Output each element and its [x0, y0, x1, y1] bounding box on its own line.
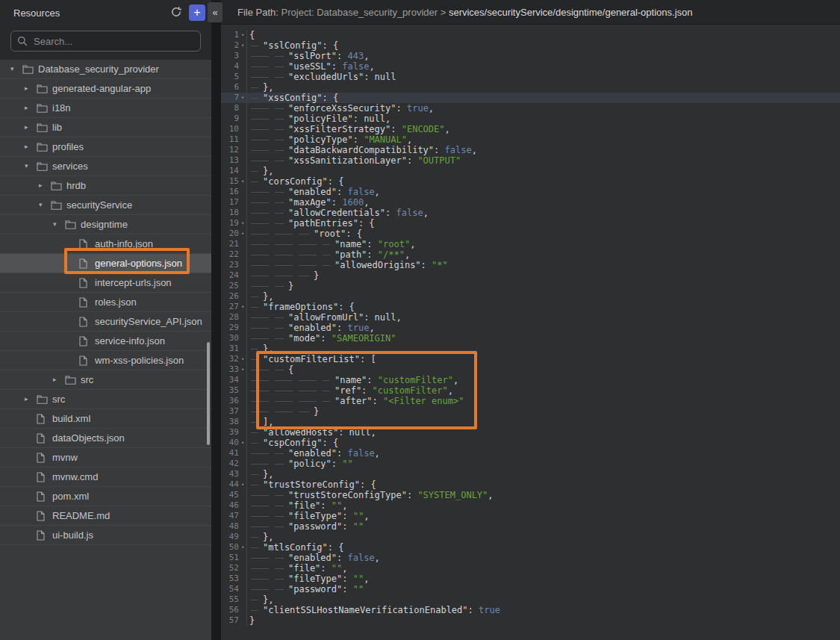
- fold-toggle-icon[interactable]: ▾: [239, 302, 246, 312]
- code-line[interactable]: 20▾"root": {: [221, 229, 840, 239]
- code-line[interactable]: 27▾"frameOptions": {: [221, 302, 840, 312]
- tree-item-ui-build.js[interactable]: ui-build.js: [0, 526, 211, 545]
- fold-toggle-icon[interactable]: ▾: [239, 40, 246, 51]
- tree-item-hrdb[interactable]: ▸hrdb: [0, 176, 211, 196]
- collapse-sidebar-button[interactable]: «: [208, 2, 223, 22]
- code-line[interactable]: 52"file": "",: [221, 563, 840, 574]
- code-line[interactable]: 1▾{: [221, 30, 840, 40]
- code-line[interactable]: 46"file": "",: [221, 500, 840, 511]
- tree-item-securityservice[interactable]: ▾securityService: [0, 196, 211, 215]
- code-line[interactable]: 12"dataBackwardCompatibility": false,: [221, 145, 840, 155]
- tree-item-src[interactable]: ▸src: [0, 370, 211, 390]
- chevron-right-icon[interactable]: ▸: [23, 105, 37, 111]
- code-line[interactable]: 25}: [221, 281, 840, 291]
- tree-item-i18n[interactable]: ▸i18n: [0, 99, 211, 118]
- tree-item-readme.md[interactable]: README.md: [0, 506, 211, 526]
- code-line[interactable]: 17"maxAge": 1600,: [221, 197, 840, 208]
- code-line[interactable]: 49},: [221, 532, 840, 542]
- chevron-right-icon[interactable]: ▸: [23, 85, 37, 92]
- code-line[interactable]: 16"enabled": false,: [221, 187, 840, 197]
- chevron-down-icon[interactable]: ▾: [23, 163, 37, 170]
- code-line[interactable]: 39"allowedHosts": null,: [221, 427, 840, 438]
- fold-toggle-icon[interactable]: ▾: [239, 364, 246, 375]
- code-line[interactable]: 37}: [221, 406, 840, 417]
- code-line[interactable]: 32▾"customFilterList": [: [221, 354, 840, 364]
- code-line[interactable]: 43},: [221, 469, 840, 479]
- code-line[interactable]: 10"xssFilterStrategy": "ENCODE",: [221, 124, 840, 134]
- fold-toggle-icon[interactable]: ▾: [239, 542, 246, 553]
- tree-item-pom.xml[interactable]: pom.xml: [0, 487, 211, 506]
- fold-toggle-icon[interactable]: ▾: [239, 176, 246, 187]
- chevron-right-icon[interactable]: ▸: [23, 124, 37, 131]
- fold-toggle-icon[interactable]: ▾: [239, 229, 246, 239]
- code-line[interactable]: 36"after": "<Filter enum>": [221, 396, 840, 406]
- tree-item-mvnw.cmd[interactable]: mvnw.cmd: [0, 467, 211, 487]
- tree-item-src[interactable]: ▸src: [0, 390, 211, 409]
- code-line[interactable]: 6},: [221, 82, 840, 93]
- panel-splitter[interactable]: [211, 0, 221, 640]
- code-line[interactable]: 56"clientSSLHostNameVerificationEnabled"…: [221, 605, 840, 615]
- code-line[interactable]: 48"password": "": [221, 521, 840, 532]
- fold-toggle-icon[interactable]: ▾: [239, 30, 246, 40]
- search-input[interactable]: [10, 31, 201, 52]
- chevron-right-icon[interactable]: ▸: [37, 182, 51, 189]
- code-line[interactable]: 3"sslPort": 443,: [221, 51, 840, 61]
- tree-item-mvnw[interactable]: mvnw: [0, 448, 211, 467]
- tree-item-profiles[interactable]: ▸profiles: [0, 137, 211, 157]
- code-line[interactable]: 31},: [221, 344, 840, 354]
- tree-item-services[interactable]: ▾services: [0, 157, 211, 176]
- code-line[interactable]: 23"allowedOrigins": "*": [221, 260, 840, 270]
- code-line[interactable]: 13"xssSanitizationLayer": "OUTPUT": [221, 155, 840, 166]
- fold-toggle-icon[interactable]: ▾: [239, 218, 246, 229]
- code-line[interactable]: 11"policyType": "MANUAL",: [221, 134, 840, 145]
- code-line[interactable]: 18"allowCredentials": false,: [221, 208, 840, 218]
- tree-item-dataobjects.json[interactable]: dataObjects.json: [0, 429, 211, 448]
- tree-item-intercept-urls.json[interactable]: intercept-urls.json: [0, 273, 211, 293]
- code-line[interactable]: 15▾"corsConfig": {: [221, 176, 840, 187]
- tree-item-auth-info.json[interactable]: auth-info.json: [0, 234, 211, 254]
- code-line[interactable]: 45"trustStoreConfigType": "SYSTEM_ONLY",: [221, 490, 840, 500]
- chevron-right-icon[interactable]: ▸: [23, 396, 37, 403]
- code-line[interactable]: 38],: [221, 417, 840, 427]
- tree-item-designtime[interactable]: ▾designtime: [0, 215, 211, 234]
- code-line[interactable]: 54"password": "": [221, 584, 840, 594]
- code-line[interactable]: 14},: [221, 166, 840, 176]
- tree-item-roles.json[interactable]: roles.json: [0, 293, 211, 312]
- code-line[interactable]: 28"allowFromUrl": null,: [221, 312, 840, 323]
- fold-toggle-icon[interactable]: ▾: [239, 93, 246, 103]
- tree-item-lib[interactable]: ▸lib: [0, 118, 211, 137]
- code-line[interactable]: 50▾"mtlsConfig": {: [221, 542, 840, 553]
- code-line[interactable]: 47"fileType": "",: [221, 511, 840, 521]
- code-line[interactable]: 33▾{: [221, 364, 840, 375]
- refresh-button[interactable]: [168, 4, 184, 21]
- fold-toggle-icon[interactable]: ▾: [239, 479, 246, 490]
- code-line[interactable]: 21"name": "root",: [221, 239, 840, 249]
- chevron-down-icon[interactable]: ▾: [9, 66, 22, 72]
- code-line[interactable]: 53"fileType": "",: [221, 574, 840, 584]
- fold-toggle-icon[interactable]: ▾: [239, 438, 246, 448]
- code-line[interactable]: 5"excludedUrls": null: [221, 72, 840, 82]
- code-editor[interactable]: 1▾{2▾"sslConfig": {3"sslPort": 443,4"use…: [221, 25, 840, 640]
- chevron-right-icon[interactable]: ▸: [52, 376, 65, 383]
- code-line[interactable]: 57}: [221, 615, 840, 626]
- tree-item-securityservice-api.json[interactable]: securityService_API.json: [0, 312, 211, 332]
- code-line[interactable]: 19▾"pathEntries": {: [221, 218, 840, 229]
- code-line[interactable]: 51"enabled": false,: [221, 553, 840, 563]
- code-line[interactable]: 41"enabled": false,: [221, 448, 840, 459]
- code-line[interactable]: 35"ref": "customFilter",: [221, 385, 840, 396]
- chevron-down-icon[interactable]: ▾: [37, 202, 51, 208]
- tree-item-database-security-provider[interactable]: ▾Database_security_provider: [0, 60, 211, 79]
- code-line[interactable]: 30"mode": "SAMEORIGIN": [221, 333, 840, 344]
- chevron-right-icon[interactable]: ▸: [23, 143, 37, 150]
- code-line[interactable]: 44▾"trustStoreConfig": {: [221, 479, 840, 490]
- tree-item-service-info.json[interactable]: service-info.json: [0, 332, 211, 351]
- code-line[interactable]: 55},: [221, 594, 840, 605]
- tree-item-generated-angular-app[interactable]: ▸generated-angular-app: [0, 79, 211, 99]
- chevron-down-icon[interactable]: ▾: [52, 221, 65, 228]
- code-line[interactable]: 8"enforceXssSecurity": true,: [221, 103, 840, 114]
- code-line[interactable]: 42"policy": "": [221, 459, 840, 469]
- code-line[interactable]: 4"useSSL": false,: [221, 61, 840, 72]
- tree-item-wm-xss-policies.json[interactable]: wm-xss-policies.json: [0, 351, 211, 370]
- code-line[interactable]: 24}: [221, 270, 840, 281]
- tree-item-build.xml[interactable]: build.xml: [0, 409, 211, 429]
